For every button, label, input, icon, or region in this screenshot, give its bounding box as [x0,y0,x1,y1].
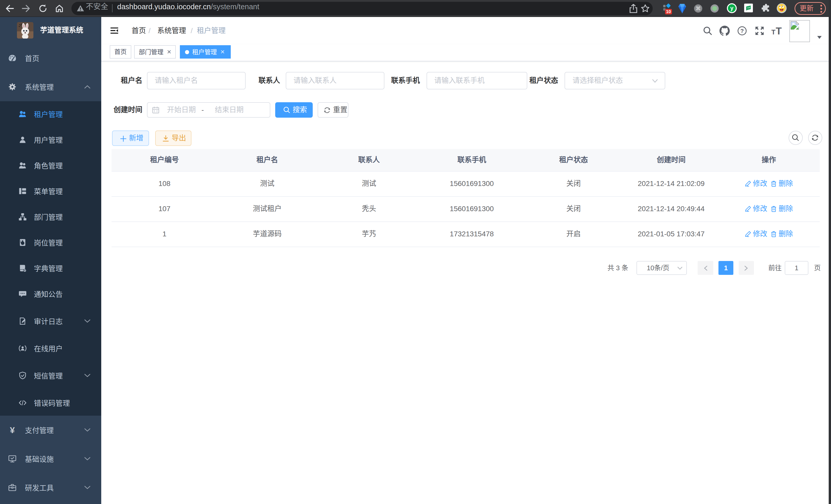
svg-text:T: T [771,28,775,35]
svg-text:?: ? [740,28,744,34]
svg-text:10: 10 [666,9,671,14]
svg-text:T: T [776,26,782,35]
svg-text:⌘: ⌘ [695,6,701,11]
svg-text:¥: ¥ [10,425,15,435]
svg-text:y: y [730,5,734,11]
